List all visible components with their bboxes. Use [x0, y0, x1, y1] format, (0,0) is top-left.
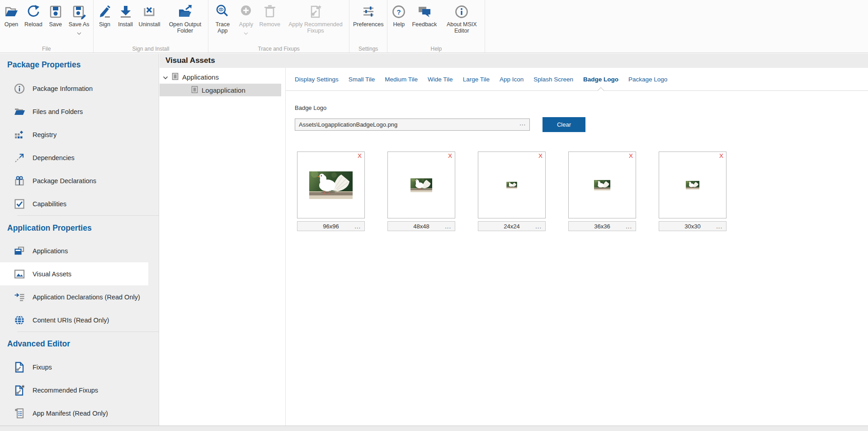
- asset-size-label: 48x48: [413, 223, 429, 230]
- ribbon-button-label: Help: [393, 21, 405, 28]
- sidebar-item-dependencies[interactable]: Dependencies: [0, 146, 159, 169]
- dependencies-icon: [14, 152, 25, 164]
- tab-package-logo[interactable]: Package Logo: [623, 68, 672, 90]
- sidebar-item-label: Content URIs (Read Only): [33, 317, 109, 324]
- help-button[interactable]: ? Help: [388, 1, 409, 28]
- ribbon-button-label: Preferences: [353, 21, 383, 28]
- sidebar-item-content-uris[interactable]: Content URIs (Read Only): [0, 308, 159, 332]
- ribbon-button-label: Install: [118, 21, 133, 28]
- tree-node-label: Applications: [182, 73, 219, 81]
- preferences-icon: [361, 2, 376, 21]
- tab-large-tile[interactable]: Large Tile: [458, 68, 495, 90]
- ribbon-group-label: Trace and Fixups: [208, 46, 349, 52]
- tree-node-logapplication[interactable]: Logapplication: [160, 84, 281, 96]
- bottom-strip: [0, 426, 868, 431]
- sidebar-item-label: App Manifest (Read Only): [33, 410, 108, 417]
- asset-size-bar[interactable]: 24x24 ...: [478, 221, 546, 231]
- asset-size-bar[interactable]: 48x48 ...: [387, 221, 455, 231]
- sidebar-item-label: Visual Assets: [33, 270, 71, 278]
- sidebar-heading: Package Properties: [7, 60, 159, 70]
- apply-recommended-fixups-button[interactable]: Apply Recommended Fixups: [283, 1, 348, 35]
- sidebar-item-label: Package Information: [33, 85, 93, 92]
- remove-asset-button[interactable]: X: [538, 152, 542, 159]
- sidebar-section-application-properties: Application Properties Applications Visu…: [17, 215, 159, 332]
- sidebar-item-visual-assets[interactable]: Visual Assets: [0, 262, 148, 285]
- package-information-icon: [14, 83, 25, 95]
- asset-size-bar[interactable]: 36x36 ...: [568, 221, 636, 231]
- sidebar-item-label: Dependencies: [33, 154, 75, 161]
- tab-app-icon[interactable]: App Icon: [495, 68, 528, 90]
- browse-button[interactable]: ...: [519, 120, 526, 127]
- trace-app-button[interactable]: Trace App: [209, 1, 236, 35]
- app-manifest-icon: [14, 407, 25, 419]
- apply-button[interactable]: Apply: [236, 1, 256, 32]
- tab-display-settings[interactable]: Display Settings: [290, 68, 344, 90]
- ribbon-button-label: Uninstall: [139, 21, 160, 28]
- ribbon-button-label: Apply Recommended Fixups: [286, 21, 345, 34]
- tree-node-label: Logapplication: [202, 86, 245, 94]
- tab-wide-tile[interactable]: Wide Tile: [423, 68, 458, 90]
- application-declarations-icon: [14, 291, 25, 303]
- open-output-folder-icon: [177, 2, 193, 21]
- remove-button[interactable]: Remove: [256, 1, 283, 28]
- sidebar-item-applications[interactable]: Applications: [0, 239, 159, 262]
- reload-button[interactable]: Reload: [22, 1, 45, 28]
- badge-logo-preview-image: [309, 171, 353, 199]
- about-msix-editor-button[interactable]: About MSIX Editor: [439, 1, 484, 35]
- badge-logo-section: Badge Logo Assets\LogapplicationBadgeLog…: [286, 91, 868, 231]
- asset-browse-button[interactable]: ...: [716, 223, 722, 230]
- asset-size-bar[interactable]: 30x30 ...: [659, 221, 726, 231]
- sidebar-item-package-declarations[interactable]: Package Declarations: [0, 169, 159, 192]
- tab-badge-logo[interactable]: Badge Logo: [578, 68, 623, 90]
- asset-browse-button[interactable]: ...: [354, 223, 361, 230]
- sidebar-item-app-manifest[interactable]: App Manifest (Read Only): [0, 402, 159, 425]
- save-as-button[interactable]: Save As: [66, 1, 92, 32]
- asset-browse-button[interactable]: ...: [535, 223, 542, 230]
- chevron-down-icon[interactable]: [163, 73, 168, 81]
- asset-browse-button[interactable]: ...: [626, 223, 632, 230]
- badge-logo-path-row: Assets\LogapplicationBadgeLogo.png ... C…: [295, 117, 868, 132]
- save-button[interactable]: Save: [45, 1, 66, 28]
- remove-asset-button[interactable]: X: [719, 152, 723, 159]
- files-and-folders-icon: [14, 106, 25, 118]
- open-output-folder-button[interactable]: Open Output Folder: [163, 1, 207, 35]
- feedback-button[interactable]: Feedback: [409, 1, 439, 28]
- remove-asset-button[interactable]: X: [629, 152, 633, 159]
- remove-asset-button[interactable]: X: [358, 152, 362, 159]
- clear-button[interactable]: Clear: [542, 117, 585, 132]
- ribbon-button-label: About MSIX Editor: [442, 21, 481, 34]
- tree-node-applications[interactable]: Applications: [160, 71, 285, 84]
- applications-tree: Applications Logapplication: [160, 68, 285, 426]
- install-button[interactable]: Install: [115, 1, 136, 28]
- sidebar-item-files-and-folders[interactable]: Files and Folders: [0, 100, 159, 123]
- sidebar-item-fixups[interactable]: Fixups: [0, 355, 159, 379]
- ribbon-button-label: Apply: [239, 21, 253, 28]
- sidebar-item-application-declarations[interactable]: Application Declarations (Read Only): [0, 285, 159, 308]
- asset-size-bar[interactable]: 96x96 ...: [297, 221, 365, 231]
- sidebar-item-registry[interactable]: Registry: [0, 123, 159, 146]
- ribbon-group-label: Sign and Install: [94, 46, 208, 52]
- tab-small-tile[interactable]: Small Tile: [344, 68, 380, 90]
- sidebar-item-capabilities[interactable]: Capabilities: [0, 192, 159, 215]
- remove-asset-button[interactable]: X: [448, 152, 452, 159]
- registry-icon: [14, 129, 25, 141]
- tab-splash-screen[interactable]: Splash Screen: [528, 68, 578, 90]
- ribbon-group-file: Open Reload Save Save As File: [0, 0, 94, 52]
- asset-browse-button[interactable]: ...: [445, 223, 451, 230]
- tab-label: Badge Logo: [583, 76, 618, 83]
- sidebar-item-label: Recommended Fixups: [33, 387, 98, 394]
- sign-button[interactable]: Sign: [94, 1, 115, 28]
- uninstall-button[interactable]: Uninstall: [136, 1, 163, 28]
- badge-logo-preview-image: [594, 180, 610, 190]
- ribbon-group-settings: Preferences Settings: [349, 0, 387, 52]
- preferences-button[interactable]: Preferences: [350, 1, 386, 28]
- open-button[interactable]: Open: [1, 1, 22, 28]
- sidebar-item-recommended-fixups[interactable]: Recommended Fixups: [0, 379, 159, 402]
- badge-logo-path-input[interactable]: Assets\LogapplicationBadgeLogo.png ...: [295, 118, 530, 131]
- sidebar: Package Properties Package Information F…: [0, 53, 159, 426]
- visual-assets-content: Display Settings Small Tile Medium Tile …: [285, 68, 868, 426]
- tab-label: Package Logo: [628, 76, 667, 83]
- chevron-down-icon: [77, 28, 81, 31]
- sidebar-item-package-information[interactable]: Package Information: [0, 77, 159, 100]
- tab-medium-tile[interactable]: Medium Tile: [380, 68, 423, 90]
